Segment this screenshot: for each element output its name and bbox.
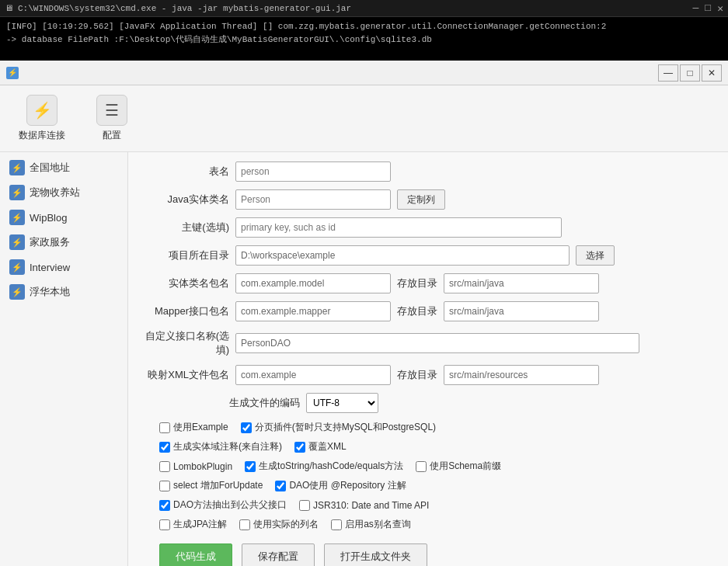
entity-save-input[interactable]	[444, 273, 599, 293]
select-for-update-checkbox[interactable]: select 增加ForUpdate	[159, 479, 263, 492]
form-panel: 表名 Java实体类名 定制列 主键(选填) 项目所在目录 选择	[128, 152, 728, 566]
dao-parent-interface-input[interactable]	[159, 500, 170, 511]
xml-pkg-input[interactable]	[235, 365, 391, 385]
mapper-pkg-input[interactable]	[235, 301, 391, 321]
gen-jpa-input[interactable]	[159, 519, 170, 530]
tostring-method-checkbox[interactable]: 生成toString/hashCode/equals方法	[245, 460, 403, 473]
sidebar-item-4[interactable]: ⚡ Interview	[0, 255, 127, 280]
dao-parent-interface-checkbox[interactable]: DAO方法抽出到公共父接口	[159, 498, 287, 512]
sidebar-item-5[interactable]: ⚡ 浮华本地	[0, 280, 127, 304]
xml-pkg-row: 映射XML文件包名 存放目录	[144, 365, 712, 385]
use-example-label: 使用Example	[173, 421, 228, 434]
generate-btn[interactable]: 代码生成	[159, 543, 232, 566]
pagination-plugin-label: 分页插件(暂时只支持MySQL和PostgreSQL)	[255, 421, 436, 434]
action-buttons-row: 代码生成 保存配置 打开生成文件夹	[144, 543, 712, 566]
open-folder-btn[interactable]: 打开生成文件夹	[324, 543, 427, 566]
project-dir-label: 项目所在目录	[144, 248, 229, 262]
sidebar-item-3[interactable]: ⚡ 家政服务	[0, 230, 127, 255]
terminal-bar: 🖥 C:\WINDOWS\system32\cmd.exe - java -ja…	[0, 0, 728, 17]
config-label: 配置	[103, 129, 121, 142]
use-schema-prefix-checkbox[interactable]: 使用Schema前缀	[416, 460, 501, 473]
jsr310-api-checkbox[interactable]: JSR310: Date and Time API	[299, 500, 429, 511]
jsr310-api-input[interactable]	[299, 500, 310, 511]
use-actual-col-checkbox[interactable]: 使用实际的列名	[239, 518, 319, 531]
table-name-label: 表名	[144, 165, 229, 179]
primary-key-label: 主键(选填)	[144, 220, 229, 234]
titlebar-controls[interactable]: — □ ✕	[658, 64, 722, 82]
table-name-input[interactable]	[235, 161, 391, 182]
dao-repository-checkbox[interactable]: DAO使用 @Repository 注解	[275, 479, 406, 492]
use-alias-input[interactable]	[331, 519, 342, 530]
toolbar-db-connect[interactable]: ⚡ 数据库连接	[12, 92, 71, 145]
terminal-maximize[interactable]: □	[705, 2, 711, 15]
content-area: ⚡ 全国地址 ⚡ 宠物收养站 ⚡ WipBlog ⚡ 家政服务 ⚡ Interv…	[0, 152, 728, 566]
tostring-method-input[interactable]	[245, 461, 256, 472]
select-dir-btn[interactable]: 选择	[576, 245, 615, 266]
sidebar-label-5: 浮华本地	[30, 285, 70, 299]
mapper-pkg-row: Mapper接口包名 存放目录	[144, 301, 712, 321]
gen-jpa-checkbox[interactable]: 生成JPA注解	[159, 518, 227, 531]
use-alias-label: 启用as别名查询	[345, 518, 411, 531]
dao-repository-input[interactable]	[275, 481, 286, 491]
xml-save-input[interactable]	[444, 365, 599, 385]
terminal-minimize[interactable]: —	[693, 2, 699, 15]
lombok-plugin-input[interactable]	[159, 461, 170, 472]
save-config-btn[interactable]: 保存配置	[242, 543, 315, 566]
terminal-controls[interactable]: — □ ✕	[693, 2, 723, 15]
java-entity-label: Java实体类名	[144, 193, 229, 207]
use-alias-checkbox[interactable]: 启用as别名查询	[331, 518, 411, 531]
sidebar-icon-1: ⚡	[9, 185, 25, 200]
checkbox-row-5: DAO方法抽出到公共父接口 JSR310: Date and Time API	[159, 498, 712, 512]
window-close-btn[interactable]: ✕	[702, 64, 722, 82]
window-maximize-btn[interactable]: □	[680, 64, 700, 82]
db-connect-label: 数据库连接	[19, 129, 65, 142]
toolbar: ⚡ 数据库连接 ☰ 配置	[0, 85, 728, 152]
use-schema-prefix-input[interactable]	[416, 461, 427, 472]
checkbox-row-1: 使用Example 分页插件(暂时只支持MySQL和PostgreSQL)	[159, 421, 712, 434]
select-for-update-input[interactable]	[159, 481, 170, 491]
jsr310-api-label: JSR310: Date and Time API	[313, 500, 429, 511]
pagination-plugin-input[interactable]	[241, 422, 252, 433]
encoding-label: 生成文件的编码	[229, 396, 300, 410]
encoding-select[interactable]: UTF-8 GBK ISO-8859-1	[306, 393, 378, 413]
pagination-plugin-checkbox[interactable]: 分页插件(暂时只支持MySQL和PostgreSQL)	[241, 421, 436, 434]
project-dir-input[interactable]	[235, 245, 570, 266]
xml-pkg-label: 映射XML文件包名	[144, 368, 229, 382]
use-schema-prefix-label: 使用Schema前缀	[430, 460, 501, 473]
terminal-close[interactable]: ✕	[717, 2, 723, 15]
gen-annotation-checkbox[interactable]: 生成实体域注释(来自注释)	[159, 440, 282, 453]
override-xml-checkbox[interactable]: 覆盖XML	[294, 440, 347, 453]
console-line-2: -> database FilePath :F:\Desktop\代码自动生成\…	[6, 33, 722, 47]
override-xml-label: 覆盖XML	[308, 440, 347, 453]
mapper-save-input[interactable]	[444, 301, 599, 321]
mapper-pkg-label: Mapper接口包名	[144, 304, 229, 318]
checkbox-row-4: select 增加ForUpdate DAO使用 @Repository 注解	[159, 479, 712, 492]
customize-col-btn[interactable]: 定制列	[397, 189, 445, 210]
override-xml-input[interactable]	[294, 442, 305, 453]
entity-pkg-row: 实体类名包名 存放目录	[144, 273, 712, 293]
lombok-plugin-checkbox[interactable]: LombokPlugin	[159, 461, 232, 472]
xml-save-label: 存放目录	[397, 368, 437, 382]
sidebar-item-2[interactable]: ⚡ WipBlog	[0, 205, 127, 230]
console-output: [INFO] [10:19:29.562] [JavaFX Applicatio…	[0, 17, 728, 61]
java-entity-input[interactable]	[235, 189, 391, 210]
table-name-row: 表名	[144, 161, 712, 182]
gen-annotation-label: 生成实体域注释(来自注释)	[173, 440, 282, 453]
sidebar-item-1[interactable]: ⚡ 宠物收养站	[0, 180, 127, 205]
entity-pkg-label: 实体类名包名	[144, 276, 229, 290]
sidebar-label-4: Interview	[30, 262, 70, 273]
use-example-input[interactable]	[159, 422, 170, 433]
use-example-checkbox[interactable]: 使用Example	[159, 421, 228, 434]
custom-interface-input[interactable]	[235, 333, 639, 353]
sidebar: ⚡ 全国地址 ⚡ 宠物收养站 ⚡ WipBlog ⚡ 家政服务 ⚡ Interv…	[0, 152, 128, 566]
toolbar-config[interactable]: ☰ 配置	[90, 92, 134, 145]
terminal-title-text: C:\WINDOWS\system32\cmd.exe - java -jar …	[18, 4, 351, 13]
checkbox-section: 使用Example 分页插件(暂时只支持MySQL和PostgreSQL) 生成…	[144, 421, 712, 531]
window-minimize-btn[interactable]: —	[658, 64, 678, 82]
sidebar-icon-2: ⚡	[9, 210, 25, 225]
primary-key-input[interactable]	[235, 217, 562, 238]
gen-annotation-input[interactable]	[159, 442, 170, 453]
use-actual-col-input[interactable]	[239, 519, 250, 530]
entity-pkg-input[interactable]	[235, 273, 391, 293]
sidebar-item-0[interactable]: ⚡ 全国地址	[0, 155, 127, 180]
